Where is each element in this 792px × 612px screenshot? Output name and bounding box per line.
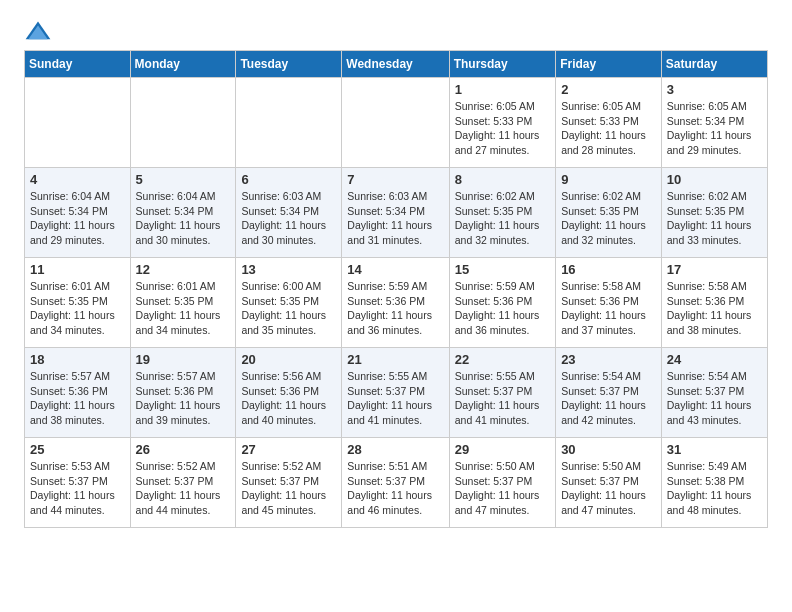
day-number: 26: [136, 442, 231, 457]
calendar-cell: 11Sunrise: 6:01 AM Sunset: 5:35 PM Dayli…: [25, 258, 131, 348]
day-number: 18: [30, 352, 125, 367]
day-info: Sunrise: 6:00 AM Sunset: 5:35 PM Dayligh…: [241, 279, 336, 338]
day-info: Sunrise: 5:55 AM Sunset: 5:37 PM Dayligh…: [455, 369, 550, 428]
calendar-cell: 3Sunrise: 6:05 AM Sunset: 5:34 PM Daylig…: [661, 78, 767, 168]
calendar-cell: 1Sunrise: 6:05 AM Sunset: 5:33 PM Daylig…: [449, 78, 555, 168]
day-info: Sunrise: 6:04 AM Sunset: 5:34 PM Dayligh…: [136, 189, 231, 248]
calendar-cell: 15Sunrise: 5:59 AM Sunset: 5:36 PM Dayli…: [449, 258, 555, 348]
day-info: Sunrise: 6:01 AM Sunset: 5:35 PM Dayligh…: [30, 279, 125, 338]
day-number: 28: [347, 442, 443, 457]
calendar-cell: 8Sunrise: 6:02 AM Sunset: 5:35 PM Daylig…: [449, 168, 555, 258]
header-monday: Monday: [130, 51, 236, 78]
calendar-cell: 7Sunrise: 6:03 AM Sunset: 5:34 PM Daylig…: [342, 168, 449, 258]
calendar-cell: 14Sunrise: 5:59 AM Sunset: 5:36 PM Dayli…: [342, 258, 449, 348]
day-number: 30: [561, 442, 656, 457]
day-number: 24: [667, 352, 762, 367]
day-number: 13: [241, 262, 336, 277]
calendar-cell: 23Sunrise: 5:54 AM Sunset: 5:37 PM Dayli…: [556, 348, 662, 438]
day-number: 20: [241, 352, 336, 367]
calendar-cell: 13Sunrise: 6:00 AM Sunset: 5:35 PM Dayli…: [236, 258, 342, 348]
day-info: Sunrise: 5:59 AM Sunset: 5:36 PM Dayligh…: [455, 279, 550, 338]
calendar-cell: 5Sunrise: 6:04 AM Sunset: 5:34 PM Daylig…: [130, 168, 236, 258]
calendar-cell: 31Sunrise: 5:49 AM Sunset: 5:38 PM Dayli…: [661, 438, 767, 528]
calendar-cell: 25Sunrise: 5:53 AM Sunset: 5:37 PM Dayli…: [25, 438, 131, 528]
day-info: Sunrise: 5:51 AM Sunset: 5:37 PM Dayligh…: [347, 459, 443, 518]
day-info: Sunrise: 5:56 AM Sunset: 5:36 PM Dayligh…: [241, 369, 336, 428]
week-row-3: 11Sunrise: 6:01 AM Sunset: 5:35 PM Dayli…: [25, 258, 768, 348]
day-number: 3: [667, 82, 762, 97]
day-number: 6: [241, 172, 336, 187]
header-saturday: Saturday: [661, 51, 767, 78]
day-number: 7: [347, 172, 443, 187]
day-info: Sunrise: 5:54 AM Sunset: 5:37 PM Dayligh…: [561, 369, 656, 428]
day-info: Sunrise: 5:50 AM Sunset: 5:37 PM Dayligh…: [561, 459, 656, 518]
day-info: Sunrise: 6:05 AM Sunset: 5:33 PM Dayligh…: [561, 99, 656, 158]
calendar-cell: 30Sunrise: 5:50 AM Sunset: 5:37 PM Dayli…: [556, 438, 662, 528]
calendar-cell: 20Sunrise: 5:56 AM Sunset: 5:36 PM Dayli…: [236, 348, 342, 438]
day-number: 5: [136, 172, 231, 187]
week-row-2: 4Sunrise: 6:04 AM Sunset: 5:34 PM Daylig…: [25, 168, 768, 258]
week-row-1: 1Sunrise: 6:05 AM Sunset: 5:33 PM Daylig…: [25, 78, 768, 168]
day-info: Sunrise: 5:54 AM Sunset: 5:37 PM Dayligh…: [667, 369, 762, 428]
calendar-cell: 19Sunrise: 5:57 AM Sunset: 5:36 PM Dayli…: [130, 348, 236, 438]
day-info: Sunrise: 6:05 AM Sunset: 5:33 PM Dayligh…: [455, 99, 550, 158]
day-number: 22: [455, 352, 550, 367]
day-number: 1: [455, 82, 550, 97]
calendar-cell: 24Sunrise: 5:54 AM Sunset: 5:37 PM Dayli…: [661, 348, 767, 438]
day-info: Sunrise: 5:53 AM Sunset: 5:37 PM Dayligh…: [30, 459, 125, 518]
calendar-cell: 16Sunrise: 5:58 AM Sunset: 5:36 PM Dayli…: [556, 258, 662, 348]
calendar-cell: 29Sunrise: 5:50 AM Sunset: 5:37 PM Dayli…: [449, 438, 555, 528]
calendar-cell: 12Sunrise: 6:01 AM Sunset: 5:35 PM Dayli…: [130, 258, 236, 348]
day-number: 12: [136, 262, 231, 277]
day-number: 19: [136, 352, 231, 367]
header-wednesday: Wednesday: [342, 51, 449, 78]
day-number: 10: [667, 172, 762, 187]
day-number: 4: [30, 172, 125, 187]
day-info: Sunrise: 5:50 AM Sunset: 5:37 PM Dayligh…: [455, 459, 550, 518]
calendar-cell: 21Sunrise: 5:55 AM Sunset: 5:37 PM Dayli…: [342, 348, 449, 438]
day-info: Sunrise: 6:05 AM Sunset: 5:34 PM Dayligh…: [667, 99, 762, 158]
day-number: 23: [561, 352, 656, 367]
day-number: 11: [30, 262, 125, 277]
calendar-cell: [236, 78, 342, 168]
day-number: 27: [241, 442, 336, 457]
day-info: Sunrise: 5:58 AM Sunset: 5:36 PM Dayligh…: [561, 279, 656, 338]
calendar-cell: 10Sunrise: 6:02 AM Sunset: 5:35 PM Dayli…: [661, 168, 767, 258]
day-number: 16: [561, 262, 656, 277]
day-number: 21: [347, 352, 443, 367]
calendar-cell: 18Sunrise: 5:57 AM Sunset: 5:36 PM Dayli…: [25, 348, 131, 438]
day-number: 29: [455, 442, 550, 457]
header-tuesday: Tuesday: [236, 51, 342, 78]
day-info: Sunrise: 5:59 AM Sunset: 5:36 PM Dayligh…: [347, 279, 443, 338]
day-number: 15: [455, 262, 550, 277]
day-number: 9: [561, 172, 656, 187]
header-friday: Friday: [556, 51, 662, 78]
day-info: Sunrise: 5:49 AM Sunset: 5:38 PM Dayligh…: [667, 459, 762, 518]
header-row: SundayMondayTuesdayWednesdayThursdayFrid…: [25, 51, 768, 78]
calendar-cell: [342, 78, 449, 168]
calendar-cell: 22Sunrise: 5:55 AM Sunset: 5:37 PM Dayli…: [449, 348, 555, 438]
calendar-cell: [130, 78, 236, 168]
day-number: 14: [347, 262, 443, 277]
day-info: Sunrise: 6:02 AM Sunset: 5:35 PM Dayligh…: [667, 189, 762, 248]
calendar-cell: 4Sunrise: 6:04 AM Sunset: 5:34 PM Daylig…: [25, 168, 131, 258]
calendar-cell: 9Sunrise: 6:02 AM Sunset: 5:35 PM Daylig…: [556, 168, 662, 258]
day-number: 17: [667, 262, 762, 277]
day-number: 25: [30, 442, 125, 457]
day-number: 8: [455, 172, 550, 187]
day-info: Sunrise: 6:03 AM Sunset: 5:34 PM Dayligh…: [347, 189, 443, 248]
header-sunday: Sunday: [25, 51, 131, 78]
day-info: Sunrise: 5:58 AM Sunset: 5:36 PM Dayligh…: [667, 279, 762, 338]
calendar-cell: 17Sunrise: 5:58 AM Sunset: 5:36 PM Dayli…: [661, 258, 767, 348]
header-thursday: Thursday: [449, 51, 555, 78]
calendar-cell: 2Sunrise: 6:05 AM Sunset: 5:33 PM Daylig…: [556, 78, 662, 168]
day-info: Sunrise: 5:52 AM Sunset: 5:37 PM Dayligh…: [136, 459, 231, 518]
day-info: Sunrise: 6:01 AM Sunset: 5:35 PM Dayligh…: [136, 279, 231, 338]
logo: [24, 20, 56, 42]
day-info: Sunrise: 6:03 AM Sunset: 5:34 PM Dayligh…: [241, 189, 336, 248]
week-row-4: 18Sunrise: 5:57 AM Sunset: 5:36 PM Dayli…: [25, 348, 768, 438]
calendar-cell: 28Sunrise: 5:51 AM Sunset: 5:37 PM Dayli…: [342, 438, 449, 528]
day-number: 2: [561, 82, 656, 97]
day-info: Sunrise: 5:55 AM Sunset: 5:37 PM Dayligh…: [347, 369, 443, 428]
day-info: Sunrise: 5:52 AM Sunset: 5:37 PM Dayligh…: [241, 459, 336, 518]
